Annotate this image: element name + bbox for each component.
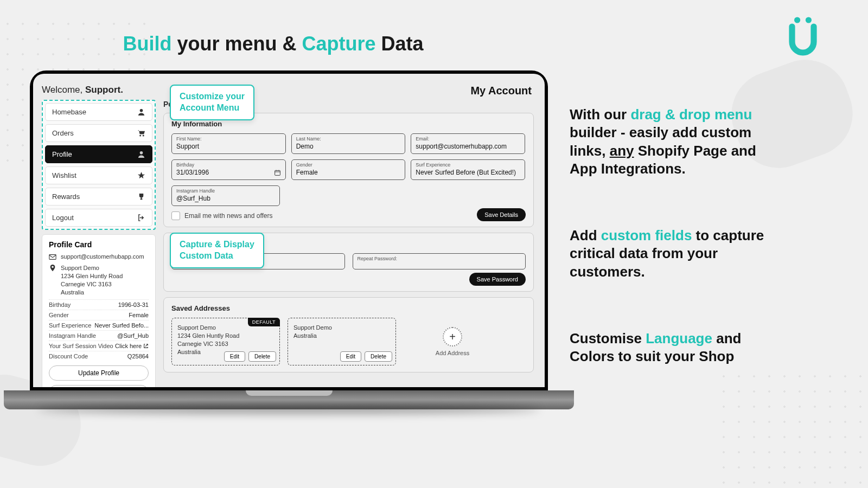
page-title: My Account xyxy=(470,85,532,97)
add-address[interactable]: + Add Address xyxy=(404,327,501,356)
svg-point-5 xyxy=(140,151,143,155)
account-menu: Homebase Orders Profile Wishlist Rewards… xyxy=(42,100,156,230)
svg-point-2 xyxy=(140,109,143,112)
edit-address-button[interactable]: Edit xyxy=(224,351,245,362)
profile-card-row: Surf ExperienceNever Surfed Befo... xyxy=(49,320,149,330)
pin-icon xyxy=(49,264,56,272)
page-headline: Build your menu & Capture Data xyxy=(0,33,546,55)
save-details-button[interactable]: Save Details xyxy=(477,208,526,221)
first-name-field[interactable]: First Name:Support xyxy=(171,133,286,154)
change-password-button[interactable]: Change my Password xyxy=(49,385,149,387)
email-field[interactable]: Email:support@customerhubapp.com xyxy=(411,133,525,154)
profile-card-row: Discount CodeQ25864 xyxy=(49,351,149,361)
last-name-field[interactable]: Last Name:Demo xyxy=(291,133,406,154)
cart-icon xyxy=(137,129,145,137)
welcome-text: Welcome, Support. xyxy=(42,85,534,95)
callout-customize-menu: Customize yourAccount Menu xyxy=(170,85,254,120)
profile-email: support@customerhubapp.com xyxy=(61,253,144,260)
calendar-icon xyxy=(274,169,281,176)
svg-point-4 xyxy=(143,135,144,137)
svg-point-7 xyxy=(52,266,54,268)
panel-addresses: Saved Addresses DEFAULT Support Demo 123… xyxy=(163,297,534,373)
birthday-field[interactable]: Birthday31/03/1996 xyxy=(171,159,286,180)
svg-point-0 xyxy=(794,17,800,23)
menu-item-logout[interactable]: Logout xyxy=(45,209,152,227)
svg-point-1 xyxy=(806,17,812,23)
panel-title: My Information xyxy=(171,120,526,128)
delete-address-button[interactable]: Delete xyxy=(248,351,276,362)
panel-my-information: My Information First Name:Support Last N… xyxy=(163,113,534,227)
profile-card-row: Your Surf Session VideoClick here xyxy=(49,341,149,351)
address-card: DEFAULT Support Demo 1234 Glen Huntly Ro… xyxy=(171,318,280,365)
svg-point-3 xyxy=(139,135,141,137)
menu-item-profile[interactable]: Profile xyxy=(45,145,152,163)
marketing-copy: With our drag & drop menu builder - easi… xyxy=(570,106,776,414)
update-profile-button[interactable]: Update Profile xyxy=(49,365,149,381)
menu-item-homebase[interactable]: Homebase xyxy=(45,103,152,121)
default-badge: DEFAULT xyxy=(248,318,280,326)
edit-address-button[interactable]: Edit xyxy=(340,351,361,362)
repeat-password-field[interactable]: Repeat Password: xyxy=(353,253,526,269)
checkbox-icon[interactable] xyxy=(171,211,180,220)
trophy-icon xyxy=(137,192,145,201)
profile-card-row: GenderFemale xyxy=(49,310,149,320)
panel-title: Saved Addresses xyxy=(171,304,526,312)
mail-icon xyxy=(49,253,56,261)
profile-card-row: Birthday1996-03-31 xyxy=(49,299,149,310)
callout-capture-data: Capture & DisplayCustom Data xyxy=(170,233,264,268)
user-icon xyxy=(137,108,145,116)
laptop-mockup: Welcome, Support. Customize yourAccount … xyxy=(30,70,548,418)
menu-item-rewards[interactable]: Rewards xyxy=(45,188,152,206)
menu-item-orders[interactable]: Orders xyxy=(45,124,152,142)
menu-item-wishlist[interactable]: Wishlist xyxy=(45,166,152,184)
svg-rect-6 xyxy=(49,255,56,260)
plus-icon[interactable]: + xyxy=(443,327,462,346)
gender-field[interactable]: GenderFemale xyxy=(291,159,406,180)
external-link-icon xyxy=(143,343,149,349)
profile-card: Profile Card support@customerhubapp.com … xyxy=(42,234,156,387)
user-solid-icon xyxy=(137,150,145,158)
logout-icon xyxy=(137,214,145,222)
profile-address: Support Demo 1234 Glen Huntly Road Carne… xyxy=(61,264,123,296)
save-password-button[interactable]: Save Password xyxy=(469,273,526,286)
brand-logo xyxy=(781,14,825,59)
star-icon xyxy=(137,171,145,179)
profile-card-title: Profile Card xyxy=(49,240,149,249)
svg-rect-8 xyxy=(275,170,280,175)
profile-card-row: Instagram Handle@Surf_Hub xyxy=(49,330,149,341)
address-card: Support Demo Australia Edit Delete xyxy=(288,318,396,365)
laptop-base xyxy=(4,390,574,409)
instagram-field[interactable]: Instagram Handle@Surf_Hub xyxy=(171,185,280,206)
delete-address-button[interactable]: Delete xyxy=(365,351,392,362)
surf-experience-field[interactable]: Surf ExperienceNever Surfed Before (But … xyxy=(411,159,525,180)
newsletter-opt-in[interactable]: Email me with news and offers xyxy=(171,211,526,220)
